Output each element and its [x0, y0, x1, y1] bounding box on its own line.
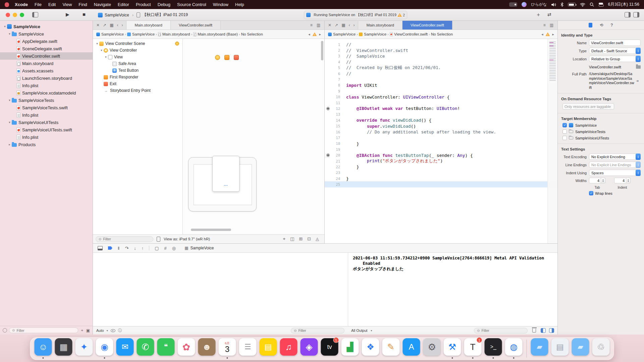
code-line[interactable]: 18 } [325, 141, 557, 146]
next-issue-icon[interactable]: ▸ [552, 32, 554, 37]
outline-item[interactable]: Exit [93, 80, 182, 87]
dock-finder[interactable]: ☺ [34, 338, 53, 359]
code-line[interactable]: 3// SampleVoice [325, 53, 557, 59]
editor-tab[interactable]: Main.storyboard [358, 21, 402, 29]
code-minimap[interactable] [547, 39, 557, 243]
navigator-item[interactable]: SampleVoiceUITests.swift [0, 126, 93, 133]
disclosure-triangle[interactable]: ▾ [7, 99, 12, 102]
first-responder-icon[interactable] [224, 55, 229, 60]
navigator-item[interactable]: SceneDelegate.swift [0, 45, 93, 52]
navigator-item[interactable]: ▸Products [0, 141, 93, 148]
jumpbar-item[interactable]: Main.storyboard (Base) [193, 32, 238, 36]
console-output[interactable]: 2021-06-03 11:51:59.734212+0900 SampleVo… [348, 253, 557, 326]
debug-process-selector[interactable]: ▦ SampleVoice [184, 246, 214, 250]
menu-xcode[interactable]: Xcode [11, 2, 31, 7]
editor-options-icon[interactable]: ≡ [310, 23, 313, 27]
menu-editor[interactable]: Editor [114, 2, 132, 7]
outline-item[interactable]: Storyboard Entry Point [93, 87, 182, 94]
close-editor-icon[interactable]: ✕ [328, 23, 331, 27]
navigator-item[interactable]: Main.storyboard [0, 60, 93, 67]
menu-source-control[interactable]: Source Control [174, 2, 210, 7]
navigator-item[interactable]: SampleVoice.xcdatamodeld [0, 89, 93, 97]
related-items-icon[interactable]: ▦ [110, 23, 113, 27]
dock-mail[interactable]: ✉ [116, 338, 135, 359]
dock-safari[interactable]: ✦ [75, 338, 94, 359]
connection-well[interactable] [325, 154, 331, 157]
navigator-item[interactable]: ▾SampleVoiceTests [0, 97, 93, 104]
navigator-item[interactable]: Info.plist [0, 133, 93, 141]
dock-textedit[interactable]: T1 [464, 338, 482, 359]
input-source-menu[interactable]: ひらがな [531, 2, 547, 7]
outline-item[interactable]: First Responder [93, 74, 182, 80]
indent-width-stepper[interactable]: 4▲▼ [614, 178, 631, 183]
menu-navigate[interactable]: Navigate [91, 2, 114, 7]
code-line[interactable]: 25 [325, 181, 557, 187]
history-inspector-tab[interactable]: ⟲ [600, 23, 603, 27]
navigator-item[interactable]: ▾SampleVoice [0, 23, 93, 30]
related-items-icon[interactable]: ▦ [341, 23, 345, 27]
hide-debug-area-icon[interactable] [98, 246, 103, 250]
variables-scope-selector[interactable]: Auto [96, 328, 104, 333]
jumpbar-item[interactable]: SampleVoice [127, 32, 155, 36]
pin-constraints-icon[interactable]: ⊡ [307, 236, 311, 242]
code-line[interactable]: 22 } [325, 164, 557, 170]
dock-pages[interactable]: ✎ [382, 338, 400, 359]
disclosure-triangle[interactable]: ▾ [7, 121, 12, 124]
editor-arrangement-icon[interactable]: ⇄ [547, 12, 551, 17]
device-preview-icon[interactable] [157, 237, 160, 242]
text-encoding-dropdown[interactable]: No Explicit Encoding▲▼ [589, 154, 641, 160]
maximize-editor-icon[interactable]: ↗ [335, 23, 338, 27]
battery-icon[interactable] [568, 3, 576, 6]
code-line[interactable]: 1// [325, 42, 557, 47]
step-out-icon[interactable]: ↑ [142, 246, 144, 251]
outline-filter-field[interactable]: ⊖ [96, 236, 153, 242]
stop-button[interactable]: ■ [83, 11, 86, 17]
indent-using-dropdown[interactable]: Spaces▲▼ [589, 170, 641, 176]
code-line[interactable]: 12 @IBOutlet weak var testButton: UIButt… [325, 106, 557, 111]
show-console-toggle[interactable] [549, 328, 554, 333]
file-inspector-tab[interactable] [589, 23, 592, 27]
wrap-lines-checkbox[interactable]: ✓ Wrap lines [589, 191, 641, 195]
add-editor-icon[interactable]: ▥ [317, 23, 320, 27]
quick-look-icon[interactable] [111, 329, 115, 332]
checkbox[interactable] [562, 129, 567, 134]
code-line[interactable]: 23 [325, 170, 557, 176]
test-button[interactable]: ... [212, 182, 239, 186]
navigator-item[interactable]: AppDelegate.swift [0, 38, 93, 45]
disclosure-triangle[interactable]: ▾ [3, 25, 7, 28]
target-membership-row[interactable]: SampleVoiceTests [562, 129, 641, 134]
disclosure-triangle[interactable]: ▾ [95, 42, 99, 45]
memory-graph-icon[interactable]: # [164, 246, 167, 251]
dock-reminders[interactable]: ☰ [238, 338, 257, 359]
editor-tab[interactable]: Main.storyboard [126, 21, 170, 29]
control-center-icon[interactable] [598, 2, 603, 7]
code-line[interactable]: 9 [325, 88, 557, 94]
code-line[interactable]: 11 [325, 100, 557, 106]
console-filter-field[interactable]: ⊖ [474, 328, 528, 334]
dock-numbers[interactable]: ▟ [341, 338, 360, 359]
issue-warning-icon[interactable] [312, 33, 317, 36]
variables-filter-field[interactable]: ⊖ [291, 328, 344, 334]
dock-messages[interactable]: ❝ [157, 338, 175, 359]
library-button[interactable]: ＋ [536, 11, 541, 18]
quick-help-tab[interactable]: ? [610, 23, 613, 27]
navigator-item[interactable]: Info.plist [0, 111, 93, 119]
dock-tv[interactable]: tv1 [320, 338, 339, 359]
dock-keynote[interactable]: ❖ [361, 338, 380, 359]
editor-tab[interactable]: ViewController.swift [402, 21, 452, 29]
dock-podcasts[interactable]: ◈ [300, 338, 319, 359]
reveal-in-finder-icon[interactable]: ➜ [636, 79, 641, 83]
code-line[interactable]: 17 [325, 135, 557, 140]
issue-warning-icon[interactable] [545, 33, 550, 36]
checkbox[interactable] [562, 136, 567, 140]
dock-notes[interactable]: ▤ [259, 338, 278, 359]
editor-tab[interactable]: ViewController.swift [171, 21, 221, 29]
filter-input[interactable] [16, 328, 75, 333]
code-line[interactable]: 21 print("ボタンがタップされました") [325, 158, 557, 164]
step-over-icon[interactable]: ↷ [125, 246, 128, 251]
filter-input[interactable] [103, 237, 150, 241]
code-line[interactable]: 13 [325, 112, 557, 117]
tab-width-stepper[interactable]: 4▲▼ [589, 178, 605, 183]
apple-menu-icon[interactable] [5, 2, 9, 7]
dock-appstore[interactable]: A [402, 338, 421, 359]
